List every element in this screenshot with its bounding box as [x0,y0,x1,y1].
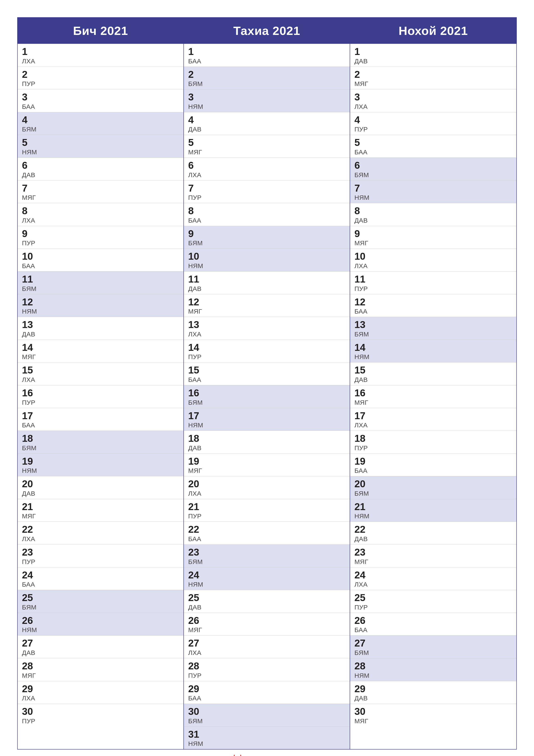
day-name: МЯГ [188,148,345,156]
day-name: МЯГ [22,353,179,361]
day-row: 13ДАВ [18,317,184,339]
day-name: НЯМ [354,353,512,361]
day-row: 29ЛХА [18,681,184,704]
day-number: 30 [188,706,345,717]
day-name: НЯМ [354,194,512,201]
day-row: 5МЯГ [184,135,350,157]
day-row: 8БАА [184,203,350,226]
day-number: 19 [188,456,345,467]
page: Бич 20211ЛХА2ПУР3БАА4БЯМ5НЯМ6ДАВ7МЯГ8ЛХА… [0,0,534,756]
day-name: БЯМ [188,80,345,88]
day-row: 21ПУР [184,499,350,522]
day-name: НЯМ [188,581,345,588]
day-number: 15 [188,364,345,376]
day-number: 22 [188,524,345,535]
day-name: ДАВ [354,535,512,543]
day-number: 6 [188,160,345,171]
day-row: 11ДАВ [184,271,350,294]
day-number: 3 [354,92,512,103]
day-number: 8 [354,205,512,216]
day-row: 3ЛХА [350,89,516,112]
day-row: 3НЯМ [184,89,350,112]
day-name: ДАВ [22,649,179,657]
day-name: ДАВ [22,490,179,497]
day-row: 4ПУР [350,112,516,135]
day-number: 7 [188,183,345,194]
day-row: 7ПУР [184,180,350,203]
day-name: МЯГ [354,717,512,725]
day-name: БАА [22,103,179,110]
day-row: 14МЯГ [18,339,184,363]
day-number: 30 [354,706,512,717]
day-row: 27ЛХА [184,635,350,658]
day-number: 20 [22,478,179,489]
day-name: БЯМ [354,649,512,657]
day-number: 31 [188,729,345,740]
day-name: БАА [22,581,179,588]
day-number: 15 [354,364,512,376]
month-col-0: Бич 20211ЛХА2ПУР3БАА4БЯМ5НЯМ6ДАВ7МЯГ8ЛХА… [18,18,184,749]
day-row: 9ПУР [18,226,184,249]
day-name: МЯГ [354,239,512,247]
day-number: 23 [22,547,179,558]
day-row: 23БЯМ [184,544,350,567]
day-name: ПУР [188,512,345,520]
day-number: 4 [22,115,179,125]
day-name: ЛХА [188,649,345,657]
day-row: 22БАА [184,522,350,544]
day-number: 30 [22,706,179,717]
day-row: 23ПУР [18,544,184,567]
day-number: 29 [188,683,345,694]
day-name: МЯГ [22,672,179,679]
day-number: 27 [354,638,512,649]
day-name: МЯГ [354,80,512,88]
day-number: 21 [188,501,345,512]
day-number: 21 [22,501,179,512]
day-row: 17НЯМ [184,408,350,431]
day-row: 2МЯГ [350,67,516,90]
day-name: НЯМ [22,308,179,315]
day-name: МЯГ [354,399,512,406]
day-name: ДАВ [188,285,345,292]
day-name: ДАВ [354,217,512,224]
footer: 7 CALENDAR [17,749,517,756]
day-number: 5 [188,137,345,148]
day-row: 29БАА [184,681,350,704]
day-row: 6БЯМ [350,157,516,180]
day-name: БАА [22,421,179,429]
day-row: 21МЯГ [18,499,184,522]
day-number: 28 [188,661,345,671]
day-name: БЯМ [354,171,512,179]
day-name: БАА [354,626,512,634]
day-name: НЯМ [22,467,179,474]
day-name: БЯМ [188,558,345,565]
day-row: 26МЯГ [184,613,350,635]
day-row: 6ЛХА [184,157,350,180]
day-row: 16БЯМ [184,385,350,408]
day-row: 15ЛХА [18,362,184,385]
day-number: 27 [22,638,179,649]
day-name: БАА [188,376,345,383]
day-number: 13 [354,319,512,330]
day-number: 19 [354,456,512,467]
day-number: 9 [22,228,179,239]
day-number: 23 [354,547,512,558]
day-row: 23МЯГ [350,544,516,567]
day-name: ПУР [22,239,179,247]
day-row: 24БАА [18,567,184,590]
day-row: 10ЛХА [350,249,516,271]
day-name: МЯГ [188,308,345,315]
day-name: НЯМ [188,421,345,429]
day-name: ПУР [188,194,345,201]
day-name: БЯМ [188,239,345,247]
day-row: 19МЯГ [184,453,350,476]
day-name: НЯМ [22,148,179,156]
day-number: 7 [22,183,179,194]
day-number: 18 [354,433,512,444]
day-row: 11БЯМ [18,271,184,294]
day-name: ЛХА [22,694,179,702]
day-number: 5 [354,137,512,148]
day-name: МЯГ [354,558,512,565]
day-name: БАА [354,148,512,156]
day-number: 1 [22,46,179,57]
